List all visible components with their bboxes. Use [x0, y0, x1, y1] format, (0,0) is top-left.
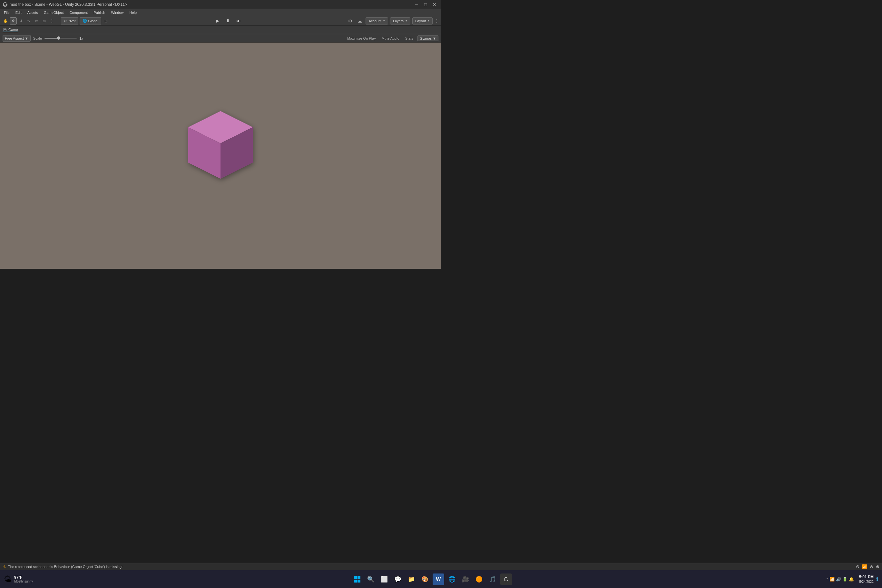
menu-window[interactable]: Window [108, 10, 126, 15]
maximize-button[interactable]: □ [422, 1, 429, 8]
menu-edit[interactable]: Edit [13, 10, 24, 15]
gizmos-arrow: ▼ [433, 36, 436, 40]
scale-label: Scale [33, 36, 42, 40]
game-tab-label: Game [8, 28, 18, 32]
window-title: mod the box - Scene - WebGL - Unity 2020… [10, 2, 127, 7]
play-button[interactable]: ▶ [213, 17, 222, 24]
scale-slider[interactable] [45, 38, 77, 39]
scale-tool-button[interactable]: ⤡ [25, 17, 32, 24]
stats-button[interactable]: Stats [404, 36, 415, 41]
right-controls: ⚙ ☁ Account ▼ Layers ▼ Layout ▼ ⋮ [346, 17, 439, 24]
custom-tool-button[interactable]: ⋮ [48, 17, 56, 24]
layout-label: Layout [415, 19, 426, 23]
hand-tool-button[interactable]: ✋ [2, 17, 9, 24]
title-controls: ─ □ ✕ [412, 1, 438, 8]
menu-gameobject[interactable]: GameObject [41, 10, 66, 15]
menu-component[interactable]: Component [67, 10, 90, 15]
separator-1 [58, 18, 58, 24]
scale-value: 1x [79, 36, 83, 40]
global-button[interactable]: 🌐 Global [80, 17, 101, 24]
menu-help[interactable]: Help [127, 10, 140, 15]
title-bar-left: mod the box - Scene - WebGL - Unity 2020… [3, 2, 127, 7]
aspect-button[interactable]: Free Aspect ▼ [3, 35, 31, 42]
viewport [0, 42, 441, 269]
move-tool-button[interactable]: ✥ [10, 17, 17, 24]
global-label: Global [88, 19, 98, 23]
more-options-button[interactable]: ⋮ [435, 18, 439, 24]
close-button[interactable]: ✕ [430, 1, 438, 8]
pivot-icon: ⊙ [64, 19, 67, 23]
title-bar: mod the box - Scene - WebGL - Unity 2020… [0, 0, 441, 9]
layers-dropdown-arrow: ▼ [405, 20, 408, 22]
cube-3d [185, 105, 256, 189]
rect-tool-button[interactable]: ▭ [33, 17, 40, 24]
cloud-button[interactable]: ☁ [356, 17, 364, 24]
gizmos-button[interactable]: Gizmos ▼ [417, 36, 438, 41]
game-view-header: 🎮 Game [0, 26, 441, 34]
cube-container [185, 105, 256, 190]
menu-publish[interactable]: Publish [91, 10, 108, 15]
layout-button[interactable]: Layout ▼ [412, 17, 433, 24]
toolbar: ✋ ✥ ↺ ⤡ ▭ ⊕ ⋮ ⊙ Pivot 🌐 Global ⊞ ▶ ⏸ ⏭ ⚙… [0, 16, 441, 26]
global-icon: 🌐 [82, 19, 87, 23]
unity-icon [3, 2, 8, 7]
game-options-bar: Free Aspect ▼ Scale 1x Maximize On Play … [0, 34, 441, 42]
account-label: Account [369, 19, 381, 23]
layers-label: Layers [393, 19, 404, 23]
step-button[interactable]: ⏭ [234, 17, 242, 24]
game-tab[interactable]: 🎮 Game [3, 27, 18, 32]
menu-assets[interactable]: Assets [25, 10, 40, 15]
pivot-button[interactable]: ⊙ Pivot [61, 17, 78, 24]
collab-button[interactable]: ⚙ [346, 17, 354, 24]
game-tab-icon: 🎮 [3, 27, 7, 32]
layers-button[interactable]: Layers ▼ [390, 17, 410, 24]
aspect-dropdown-arrow: ▼ [25, 36, 28, 40]
transform-tool-button[interactable]: ⊕ [40, 17, 48, 24]
gizmos-label: Gizmos [420, 36, 432, 40]
menu-file[interactable]: File [1, 10, 12, 15]
account-dropdown-arrow: ▼ [382, 20, 385, 22]
minimize-button[interactable]: ─ [412, 1, 420, 8]
right-game-options: Maximize On Play Mute Audio Stats Gizmos… [346, 36, 438, 41]
playback-controls: ▶ ⏸ ⏭ [111, 17, 345, 24]
aspect-label: Free Aspect [5, 36, 24, 40]
layout-dropdown-arrow: ▼ [427, 20, 430, 22]
pivot-label: Pivot [68, 19, 75, 23]
rotate-tool-button[interactable]: ↺ [17, 17, 24, 24]
menu-bar: File Edit Assets GameObject Component Pu… [0, 9, 441, 16]
extra-tool-button[interactable]: ⊞ [102, 17, 110, 24]
transform-tools: ✋ ✥ ↺ ⤡ ▭ ⊕ ⋮ [2, 17, 56, 24]
maximize-on-play-button[interactable]: Maximize On Play [346, 36, 378, 41]
mute-audio-button[interactable]: Mute Audio [380, 36, 401, 41]
account-button[interactable]: Account ▼ [366, 17, 388, 24]
pause-button[interactable]: ⏸ [224, 17, 232, 24]
